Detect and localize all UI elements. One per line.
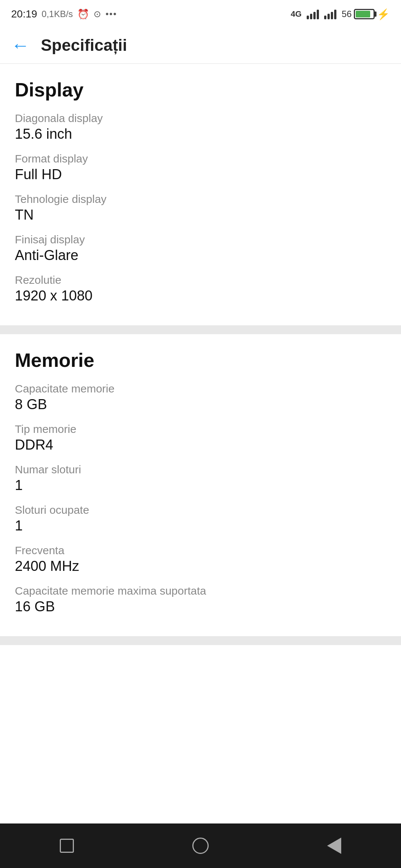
4g-label: 4G: [291, 9, 301, 19]
spec-rezolutie-label: Rezolutie: [15, 274, 386, 286]
spec-capacitate-max-value: 16 GB: [15, 599, 386, 615]
spec-tehnologie-value: TN: [15, 207, 386, 223]
spec-format-label: Format display: [15, 152, 386, 165]
spec-diagonala-value: 15.6 inch: [15, 126, 386, 142]
section-memory: Memorie Capacitate memorie 8 GB Tip memo…: [0, 334, 401, 636]
back-nav-icon: [327, 838, 341, 854]
spec-rezolutie-value: 1920 x 1080: [15, 288, 386, 304]
back-button[interactable]: ←: [11, 36, 30, 55]
spec-capacitate-label: Capacitate memorie: [15, 382, 386, 395]
spec-tip: Tip memorie DDR4: [15, 423, 386, 453]
spec-tip-label: Tip memorie: [15, 423, 386, 435]
spec-tip-value: DDR4: [15, 437, 386, 453]
dots-icon: •••: [105, 9, 117, 19]
spec-finisaj: Finisaj display Anti-Glare: [15, 233, 386, 263]
spec-numar-sloturi: Numar sloturi 1: [15, 463, 386, 493]
battery-icon: [354, 9, 375, 19]
app-bar: ← Specificații: [0, 27, 401, 64]
status-network: 0,1KB/s: [42, 9, 73, 19]
spec-diagonala-label: Diagonala display: [15, 112, 386, 125]
spec-frecventa: Frecventa 2400 MHz: [15, 544, 386, 574]
spec-finisaj-label: Finisaj display: [15, 233, 386, 246]
spec-sloturi-ocupate-label: Sloturi ocupate: [15, 504, 386, 516]
spec-capacitate: Capacitate memorie 8 GB: [15, 382, 386, 412]
signal-icon-1: [307, 9, 319, 19]
page-title: Specificații: [41, 36, 127, 55]
spec-sloturi-ocupate: Sloturi ocupate 1: [15, 504, 386, 534]
spec-numar-sloturi-value: 1: [15, 477, 386, 493]
spec-tehnologie-label: Tehnologie display: [15, 193, 386, 206]
spec-numar-sloturi-label: Numar sloturi: [15, 463, 386, 476]
spec-rezolutie: Rezolutie 1920 x 1080: [15, 274, 386, 304]
signal-icon-2: [324, 9, 336, 19]
status-bar: 20:19 0,1KB/s ⏰ ⊙ ••• 4G 56: [0, 0, 401, 27]
section-memory-title: Memorie: [15, 349, 386, 371]
bolt-icon: ⚡: [377, 8, 390, 20]
battery-percent: 56: [342, 9, 352, 19]
recent-apps-button[interactable]: [52, 831, 82, 861]
content-area: Display Diagonala display 15.6 inch Form…: [0, 64, 401, 823]
status-right: 4G 56 ⚡: [291, 8, 390, 20]
section-display: Display Diagonala display 15.6 inch Form…: [0, 64, 401, 325]
back-nav-button[interactable]: [319, 831, 349, 861]
spec-format-value: Full HD: [15, 167, 386, 183]
status-left: 20:19 0,1KB/s ⏰ ⊙ •••: [11, 8, 117, 20]
section-display-title: Display: [15, 79, 386, 101]
home-button[interactable]: [186, 831, 215, 861]
recent-apps-icon: [60, 839, 74, 853]
spec-capacitate-value: 8 GB: [15, 397, 386, 412]
spec-frecventa-label: Frecventa: [15, 544, 386, 557]
section-divider-2: [0, 636, 401, 645]
spec-tehnologie: Tehnologie display TN: [15, 193, 386, 223]
spec-sloturi-ocupate-value: 1: [15, 518, 386, 534]
spec-format: Format display Full HD: [15, 152, 386, 183]
spec-frecventa-value: 2400 MHz: [15, 558, 386, 574]
battery-container: 56 ⚡: [342, 8, 390, 20]
spec-capacitate-max-label: Capacitate memorie maxima suportata: [15, 585, 386, 597]
home-icon: [192, 838, 209, 854]
spec-diagonala: Diagonala display 15.6 inch: [15, 112, 386, 142]
spec-finisaj-value: Anti-Glare: [15, 247, 386, 263]
bottom-nav: [0, 823, 401, 868]
battery-fill: [356, 11, 370, 17]
status-time: 20:19: [11, 8, 37, 20]
spec-capacitate-max: Capacitate memorie maxima suportata 16 G…: [15, 585, 386, 615]
focus-icon: ⊙: [94, 9, 101, 19]
section-divider-1: [0, 325, 401, 334]
alarm-icon: ⏰: [77, 9, 89, 20]
